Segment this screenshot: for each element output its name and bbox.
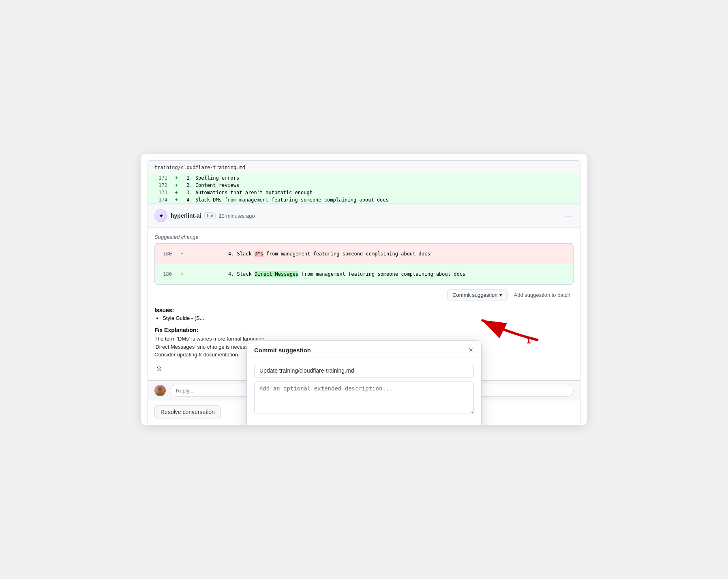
dialog-body (247, 358, 481, 421)
commit-suggestion-dialog: Commit suggestion × Commit changes (246, 340, 482, 425)
suggestion-removed-line: 180 - 4. Slack DMs from management featu… (155, 244, 573, 264)
diff-line: 172 + 2. Content reviews (148, 182, 580, 189)
commit-description-input[interactable] (254, 382, 474, 414)
issues-section: Issues: Style Guide - (S... (154, 302, 574, 323)
emoji-button[interactable]: ☺ (154, 364, 163, 374)
file-path: training/cloudflare-training.md (148, 160, 580, 174)
dialog-close-button[interactable]: × (468, 346, 474, 354)
commit-message-input[interactable] (254, 364, 474, 377)
comment-time: 13 minutes ago (219, 213, 255, 219)
issues-title: Issues: (154, 307, 574, 313)
diff-line: 174 + 4. Slack DMs from management featu… (148, 196, 580, 204)
svg-point-0 (158, 387, 163, 392)
diff-line: 171 + 1. Spelling errors (148, 174, 580, 182)
user-avatar (154, 385, 166, 396)
suggestion-diff: 180 - 4. Slack DMs from management featu… (154, 243, 574, 285)
commit-changes-button[interactable]: Commit changes (418, 425, 474, 425)
dialog-header: Commit suggestion × (247, 341, 481, 358)
diff-block: 171 + 1. Spelling errors 172 + 2. Conten… (148, 174, 580, 204)
comment-menu-button[interactable]: ··· (563, 211, 574, 221)
add-suggestion-to-batch-button[interactable]: Add suggestion to batch (511, 290, 574, 300)
commit-suggestion-button[interactable]: Commit suggestion ▾ (447, 290, 507, 300)
diff-line: 173 + 3. Automations that aren't automat… (148, 189, 580, 196)
suggestion-actions: Commit suggestion ▾ Add suggestion to ba… (154, 290, 574, 302)
comment-author: hyperlint-ai (171, 212, 201, 219)
suggestion-added-line: 180 + 4. Slack Direct Messages from mana… (155, 264, 573, 284)
bot-badge: bot (204, 212, 215, 219)
suggested-change-label: Suggested change (154, 234, 574, 240)
issue-item: Style Guide - (S... (163, 315, 574, 321)
resolve-conversation-button[interactable]: Resolve conversation (154, 405, 221, 418)
bot-avatar: ✦ (154, 209, 167, 222)
dialog-title: Commit suggestion (254, 347, 311, 354)
fix-title: Fix Explanation: (154, 327, 574, 333)
svg-point-1 (156, 392, 164, 396)
comment-header: ✦ hyperlint-ai bot 13 minutes ago ··· (148, 204, 580, 227)
dialog-footer: Commit changes (247, 421, 481, 425)
